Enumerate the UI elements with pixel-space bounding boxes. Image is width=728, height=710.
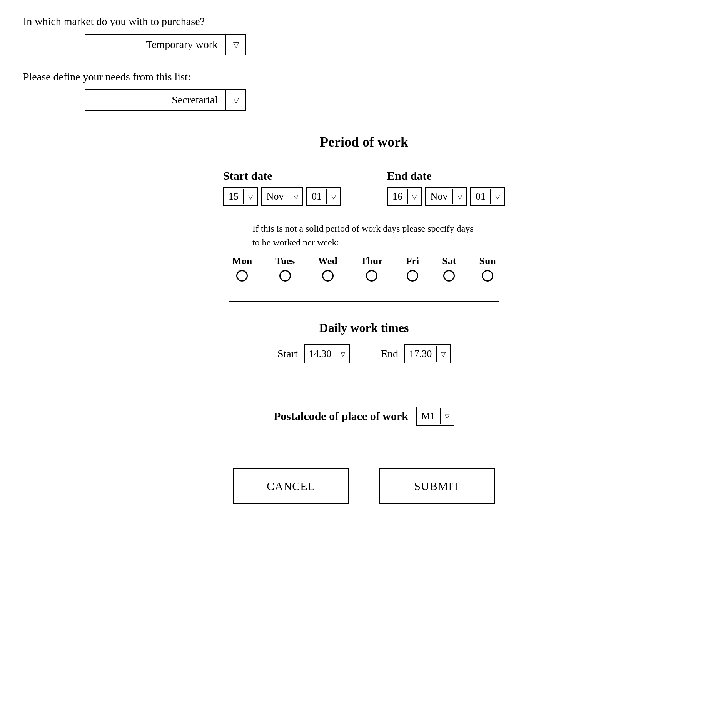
day-sat: Sat	[442, 255, 456, 282]
start-date-group: Start date 15 ▽ Nov ▽ 01 ▽	[223, 169, 341, 206]
day-sun-label: Sun	[479, 255, 496, 267]
start-time-label: Start	[277, 348, 298, 360]
day-mon-label: Mon	[232, 255, 252, 267]
needs-question: Please define your needs from this list:	[23, 71, 705, 83]
start-time-value: 14.30	[305, 345, 336, 363]
start-day-dropdown[interactable]: 15 ▽	[223, 187, 258, 206]
start-year-arrow: ▽	[326, 189, 340, 204]
day-wed-radio[interactable]	[322, 270, 334, 282]
day-wed: Wed	[318, 255, 337, 282]
start-time-item: Start 14.30 ▽	[277, 344, 350, 363]
day-fri: Fri	[406, 255, 419, 282]
end-year-value: 01	[471, 188, 490, 205]
end-date-group: End date 16 ▽ Nov ▽ 01 ▽	[387, 169, 505, 206]
end-day-dropdown[interactable]: 16 ▽	[387, 187, 422, 206]
postcode-label: Postalcode of place of work	[274, 410, 408, 423]
market-dropdown-value: Temporary work	[85, 35, 225, 55]
day-thur: Thur	[361, 255, 383, 282]
end-time-label: End	[381, 348, 398, 360]
needs-dropdown-value: Secretarial	[85, 90, 225, 110]
market-dropdown[interactable]: Temporary work ▽	[85, 34, 246, 55]
day-tues-radio[interactable]	[279, 270, 291, 282]
end-month-value: Nov	[426, 188, 452, 205]
end-month-dropdown[interactable]: Nov ▽	[425, 187, 467, 206]
divider-1	[229, 301, 499, 302]
submit-button[interactable]: SUBMIT	[379, 468, 495, 504]
end-year-arrow: ▽	[490, 189, 504, 204]
end-time-arrow: ▽	[436, 346, 450, 362]
day-sun-radio[interactable]	[482, 270, 493, 282]
day-fri-label: Fri	[406, 255, 419, 267]
end-time-dropdown[interactable]: 17.30 ▽	[404, 344, 451, 363]
end-time-value: 17.30	[405, 345, 436, 363]
cancel-button[interactable]: CANCEL	[233, 468, 349, 504]
start-date-label: Start date	[223, 169, 272, 182]
needs-dropdown-arrow: ▽	[225, 90, 245, 110]
start-month-dropdown[interactable]: Nov ▽	[261, 187, 303, 206]
end-time-item: End 17.30 ▽	[381, 344, 451, 363]
start-day-value: 15	[224, 188, 243, 205]
daily-work-section: Daily work times Start 14.30 ▽ End 17.30…	[277, 321, 451, 363]
daily-work-title: Daily work times	[277, 321, 451, 335]
postcode-row: Postalcode of place of work M1 ▽	[274, 407, 454, 426]
postcode-dropdown[interactable]: M1 ▽	[416, 407, 454, 426]
day-thur-label: Thur	[361, 255, 383, 267]
start-month-arrow: ▽	[289, 189, 302, 204]
end-month-arrow: ▽	[452, 189, 466, 204]
days-row: Mon Tues Wed Thur Fri	[232, 255, 496, 282]
start-year-value: 01	[307, 188, 326, 205]
postcode-section: Postalcode of place of work M1 ▽	[274, 407, 454, 426]
postcode-arrow: ▽	[440, 408, 454, 424]
end-day-arrow: ▽	[407, 189, 421, 204]
divider-2	[229, 383, 499, 383]
start-month-value: Nov	[262, 188, 289, 205]
day-fri-radio[interactable]	[407, 270, 418, 282]
day-wed-label: Wed	[318, 255, 337, 267]
period-title: Period of work	[23, 134, 705, 150]
day-mon-radio[interactable]	[236, 270, 248, 282]
buttons-row: CANCEL SUBMIT	[233, 468, 495, 504]
time-row: Start 14.30 ▽ End 17.30 ▽	[277, 344, 451, 363]
day-mon: Mon	[232, 255, 252, 282]
end-date-label: End date	[387, 169, 432, 182]
needs-dropdown[interactable]: Secretarial ▽	[85, 89, 246, 111]
start-time-dropdown[interactable]: 14.30 ▽	[304, 344, 350, 363]
day-tues-label: Tues	[275, 255, 295, 267]
end-day-value: 16	[388, 188, 407, 205]
market-question: In which market do you with to purchase?	[23, 15, 705, 28]
day-sat-radio[interactable]	[443, 270, 455, 282]
postcode-value: M1	[417, 407, 440, 425]
end-year-dropdown[interactable]: 01 ▽	[470, 187, 505, 206]
day-thur-radio[interactable]	[366, 270, 377, 282]
day-sun: Sun	[479, 255, 496, 282]
solid-period-text: If this is not a solid period of work da…	[252, 222, 476, 249]
day-sat-label: Sat	[442, 255, 456, 267]
day-tues: Tues	[275, 255, 295, 282]
start-time-arrow: ▽	[336, 346, 349, 362]
start-year-dropdown[interactable]: 01 ▽	[306, 187, 341, 206]
market-dropdown-arrow: ▽	[225, 35, 245, 55]
start-day-arrow: ▽	[243, 189, 257, 204]
days-section: Mon Tues Wed Thur Fri	[232, 255, 496, 282]
